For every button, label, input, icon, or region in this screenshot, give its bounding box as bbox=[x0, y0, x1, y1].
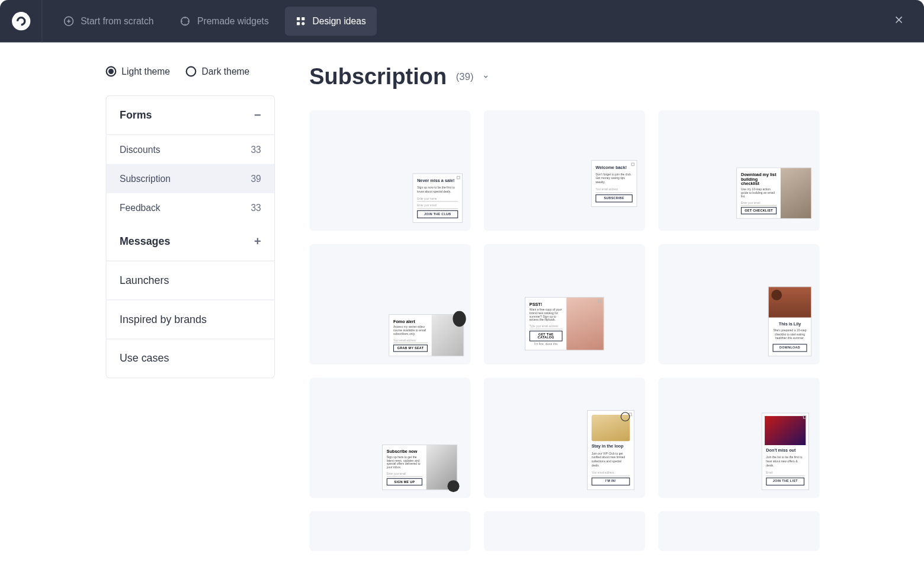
sidebar: Light theme Dark theme Forms − Discounts… bbox=[0, 42, 275, 569]
category-panel: Forms − Discounts 33 Subscription 39 Fee… bbox=[106, 95, 275, 379]
popup-preview: Never miss a sale! Sign up now to be the… bbox=[412, 173, 463, 223]
sidebar-item-feedback[interactable]: Feedback 33 bbox=[107, 193, 274, 222]
popup-image bbox=[765, 416, 806, 445]
tab-label: Design ideas bbox=[312, 16, 365, 27]
popup-sub: Want a free copy of your brand new catal… bbox=[530, 308, 563, 321]
popup-cta: SUBSCRIBE bbox=[595, 194, 632, 203]
svg-rect-6 bbox=[297, 22, 300, 25]
tab-premade-widgets[interactable]: Premade widgets bbox=[169, 7, 279, 36]
close-button[interactable] bbox=[888, 11, 910, 32]
popup-image bbox=[432, 315, 464, 356]
popup-preview: Subscribe now Sign up here to get the la… bbox=[382, 445, 457, 490]
popup-cta: DOWNLOAD bbox=[772, 344, 807, 352]
svg-point-7 bbox=[301, 22, 304, 25]
popup-cta: JOIN THE LIST bbox=[766, 477, 804, 485]
close-icon bbox=[893, 14, 905, 28]
group-forms[interactable]: Forms − bbox=[107, 96, 274, 135]
popup-preview: Fomo alert Access my secret video course… bbox=[389, 314, 464, 356]
template-card[interactable]: This is Lily She's prepared a 10-step ch… bbox=[658, 244, 819, 365]
template-card[interactable]: Subscribe now Sign up here to get the la… bbox=[309, 378, 470, 498]
topbar: Start from scratch Premade widgets Desig… bbox=[0, 0, 924, 42]
group-messages[interactable]: Messages + bbox=[107, 222, 274, 261]
tab-label: Premade widgets bbox=[197, 16, 269, 27]
template-card[interactable] bbox=[484, 512, 645, 551]
popup-sub: Sign up here to get the latest news, upd… bbox=[387, 456, 422, 469]
chevron-down-icon bbox=[483, 71, 489, 82]
popup-image bbox=[769, 287, 811, 317]
radio-label: Dark theme bbox=[202, 66, 250, 77]
template-card[interactable]: Welcome back! Don't forget to join the c… bbox=[484, 110, 645, 231]
popup-close-icon bbox=[803, 415, 807, 419]
popup-field: Your email address bbox=[595, 187, 632, 193]
popup-field: Email bbox=[766, 471, 804, 476]
plus-icon: + bbox=[254, 235, 261, 247]
popup-field: Type your email address bbox=[530, 324, 563, 330]
page-count: (39) bbox=[456, 71, 474, 82]
sidebar-item-label: Discounts bbox=[120, 144, 161, 155]
group-label: Use cases bbox=[120, 353, 169, 365]
group-label: Messages bbox=[120, 235, 170, 247]
tab-design-ideas[interactable]: Design ideas bbox=[285, 7, 377, 36]
popup-image bbox=[426, 445, 457, 490]
popup-cta: GET CHECKLIST bbox=[741, 207, 777, 214]
popup-image bbox=[781, 168, 811, 218]
page-title: Subscription bbox=[309, 63, 447, 89]
radio-light-theme[interactable]: Light theme bbox=[106, 66, 170, 77]
app-logo[interactable] bbox=[0, 0, 42, 42]
popup-field: Enter your email bbox=[741, 200, 777, 206]
template-grid: Never miss a sale! Sign up now to be the… bbox=[309, 110, 924, 551]
popup-title: Never miss a sale! bbox=[417, 178, 458, 184]
popup-preview: Stay in the loop Join our VIP Club to ge… bbox=[587, 410, 634, 490]
group-label: Inspired by brands bbox=[120, 314, 207, 325]
group-inspired-by-brands[interactable]: Inspired by brands bbox=[107, 301, 274, 340]
popup-cta: GET THE CATALOG bbox=[530, 331, 563, 341]
heading-row[interactable]: Subscription (39) bbox=[309, 63, 924, 89]
popup-field: Enter your email bbox=[417, 203, 458, 209]
template-card[interactable]: Fomo alert Access my secret video course… bbox=[309, 244, 470, 365]
svg-rect-5 bbox=[301, 17, 304, 20]
popup-preview: Download my list building checklist Use … bbox=[736, 167, 811, 219]
template-card[interactable]: Download my list building checklist Use … bbox=[658, 110, 819, 231]
popup-preview: This is Lily She's prepared a 10-step ch… bbox=[768, 286, 812, 357]
popup-title: Subscribe now bbox=[387, 449, 422, 454]
sidebar-item-count: 33 bbox=[251, 144, 261, 155]
popup-close-icon bbox=[631, 163, 635, 167]
radio-dark-theme[interactable]: Dark theme bbox=[186, 66, 250, 77]
popup-sub: Use my 10-step action guide to building … bbox=[741, 188, 777, 198]
main-content: Subscription (39) Never miss a sale! Sig… bbox=[275, 42, 924, 569]
template-card[interactable] bbox=[309, 512, 470, 551]
tab-start-from-scratch[interactable]: Start from scratch bbox=[53, 7, 164, 36]
minus-icon: − bbox=[254, 109, 261, 121]
popup-image bbox=[566, 298, 603, 350]
template-card[interactable] bbox=[658, 512, 819, 551]
sidebar-item-subscription[interactable]: Subscription 39 bbox=[107, 164, 274, 193]
popup-cta: JOIN THE CLUB bbox=[417, 210, 458, 218]
group-launchers[interactable]: Launchers bbox=[107, 261, 274, 301]
popup-title: Don't miss out bbox=[766, 448, 804, 454]
popup-image bbox=[592, 415, 630, 442]
template-card[interactable]: Stay in the loop Join our VIP Club to ge… bbox=[484, 378, 645, 498]
sidebar-item-discounts[interactable]: Discounts 33 bbox=[107, 135, 274, 164]
template-card[interactable]: Never miss a sale! Sign up now to be the… bbox=[309, 110, 470, 231]
template-card[interactable]: PSST! Want a free copy of your brand new… bbox=[484, 244, 645, 365]
sidebar-item-label: Subscription bbox=[120, 173, 171, 184]
popup-field: Enter your email bbox=[387, 472, 422, 477]
popup-title: PSST! bbox=[530, 302, 563, 306]
svg-rect-4 bbox=[297, 17, 300, 20]
popup-preview: Welcome back! Don't forget to join the c… bbox=[591, 160, 637, 207]
popup-title: This is Lily bbox=[772, 321, 807, 327]
plus-circle-icon bbox=[63, 16, 74, 27]
theme-selector: Light theme Dark theme bbox=[106, 66, 275, 77]
popup-sub: She's prepared a 10-step checklist to st… bbox=[772, 329, 807, 341]
popup-close-icon bbox=[598, 300, 602, 303]
template-card[interactable]: Don't miss out Join the list to be the f… bbox=[658, 378, 819, 498]
popup-sub: Join our VIP Club to get notified about … bbox=[592, 452, 630, 468]
popup-title: Download my list building checklist bbox=[741, 172, 777, 186]
grid-icon bbox=[295, 16, 306, 27]
popup-preview: Don't miss out Join the list to be the f… bbox=[762, 413, 809, 490]
popup-cta: SIGN ME UP bbox=[387, 478, 422, 485]
popup-title: Stay in the loop bbox=[592, 444, 630, 450]
sidebar-item-count: 39 bbox=[251, 173, 261, 184]
group-use-cases[interactable]: Use cases bbox=[107, 339, 274, 378]
popup-sub: Sign up now to be the first to know abou… bbox=[417, 186, 458, 194]
